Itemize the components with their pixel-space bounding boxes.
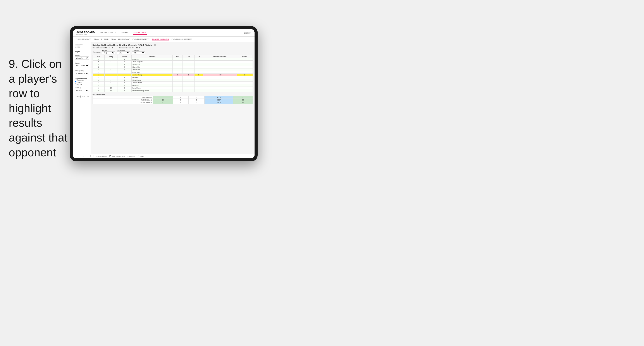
toolbar-sep2 bbox=[93, 155, 94, 158]
toolbar-undo[interactable]: ↩ bbox=[75, 155, 77, 157]
table-row[interactable]: 31Esther Lee bbox=[93, 58, 253, 61]
table-cell bbox=[104, 71, 118, 74]
table-row[interactable]: 131Jessica Huang010-3.002 bbox=[93, 74, 253, 76]
colour-by-select[interactable]: Win/loss bbox=[75, 89, 89, 92]
table-cell bbox=[194, 61, 203, 63]
table-cell: 14 bbox=[93, 76, 104, 79]
table-cell: 1 bbox=[104, 74, 118, 76]
share-icon: ⇧ bbox=[138, 155, 140, 157]
nav-tournaments[interactable]: TOURNAMENTS bbox=[99, 31, 117, 35]
table-cell bbox=[203, 63, 237, 66]
nav-items: TOURNAMENTS TEAMS COMMITTEE bbox=[99, 31, 244, 35]
table-cell bbox=[203, 89, 237, 92]
radio-top100[interactable]: Top 100 bbox=[75, 83, 89, 85]
player-rank-group: Player (Rank) 8. Katelyn Vo bbox=[75, 70, 89, 76]
toolbar-watch[interactable]: 👁 Watch ▼ bbox=[126, 155, 136, 157]
table-cell bbox=[173, 61, 183, 63]
nav-teams[interactable]: TEAMS bbox=[120, 31, 129, 35]
table-row[interactable]: 1691Jessica Mason bbox=[93, 82, 253, 84]
radio-group: Opponents Played Top 100 bbox=[75, 80, 89, 85]
toolbar-save-custom[interactable]: 💾 Save Custom View bbox=[109, 155, 125, 157]
table-cell bbox=[237, 58, 252, 61]
legend-up-dot bbox=[86, 96, 86, 98]
table-row[interactable]: 20117Federica Domecq Lacroze bbox=[93, 89, 253, 92]
table-cell bbox=[183, 71, 194, 74]
toolbar-share[interactable]: ⇧ Share bbox=[138, 155, 145, 157]
opponents-filter-label: Opponents: bbox=[92, 51, 100, 53]
ood-section-title: Out of division bbox=[92, 93, 253, 95]
table-cell: 11 bbox=[104, 89, 118, 92]
table-cell: 1 bbox=[183, 74, 194, 76]
tab-player-h2h-grid[interactable]: PLAYER H2H GRID bbox=[152, 38, 169, 41]
division-select[interactable]: NCAA Division III bbox=[75, 64, 89, 67]
ood-cell: 1 bbox=[153, 96, 173, 99]
table-row[interactable]: 613Sydney Kuo bbox=[93, 63, 253, 66]
table-cell bbox=[194, 71, 203, 74]
table-cell bbox=[173, 89, 183, 92]
table-cell bbox=[237, 82, 252, 84]
table-row[interactable]: 1822Euna Lee bbox=[93, 84, 253, 87]
table-row[interactable]: 1585Stella Cheng bbox=[93, 79, 253, 82]
table-cell bbox=[183, 84, 194, 87]
tab-player-summary[interactable]: PLAYER SUMMARY bbox=[132, 38, 150, 41]
table-cell bbox=[203, 66, 237, 68]
table-cell: 16 bbox=[93, 82, 104, 84]
toolbar-redo[interactable]: ↪ bbox=[78, 155, 81, 157]
gender-select[interactable]: Women's bbox=[75, 56, 89, 60]
ood-table: Foreign Team1004.5002NAIA Division 11500… bbox=[92, 96, 253, 104]
table-cell bbox=[203, 76, 237, 79]
ood-cell: 9.267 bbox=[204, 99, 233, 101]
table-row[interactable]: 522Alexis Sudjianto bbox=[93, 61, 253, 63]
colour-by-label: Colour by bbox=[75, 87, 89, 89]
region-select[interactable]: (All) bbox=[102, 51, 115, 54]
ood-cell: 7.400 bbox=[204, 101, 233, 104]
conference-select[interactable]: (All) bbox=[117, 51, 130, 54]
nav-committee[interactable]: COMMITTEE bbox=[133, 31, 147, 35]
toolbar-refresh[interactable]: ↻ bbox=[89, 155, 92, 157]
sign-out-button[interactable]: Sign out bbox=[244, 32, 251, 34]
tab-team-h2h-grid[interactable]: TEAM H2H GRID bbox=[94, 38, 109, 41]
ood-table-row[interactable]: Foreign Team1004.5002 bbox=[93, 96, 253, 99]
sub-nav: TEAM SUMMARY TEAM H2H GRID TEAM H2H HEAT… bbox=[73, 37, 254, 42]
table-row[interactable]: 914Sharon Mun bbox=[93, 66, 253, 68]
annotation-text: 9. Click on a player's row to highlight … bbox=[9, 57, 68, 160]
radio-opponents-played[interactable]: Opponents Played bbox=[75, 80, 89, 83]
annotation-body: Click on a player's row to highlight res… bbox=[9, 58, 68, 159]
table-cell: Jessica Mason bbox=[132, 82, 172, 84]
table-cell: 1 bbox=[118, 82, 132, 84]
h2h-grid-table: # Div # Reg # Conf Opponent Win Loss Tie… bbox=[92, 55, 253, 92]
table-cell bbox=[183, 66, 194, 68]
ood-cell: 0 bbox=[173, 99, 188, 101]
table-row[interactable]: 19106Emily Chang bbox=[93, 87, 253, 89]
ood-cell: 0 bbox=[173, 101, 188, 104]
table-cell: Jessica Huang bbox=[132, 74, 172, 76]
tab-team-summary[interactable]: TEAM SUMMARY bbox=[76, 38, 92, 41]
table-row[interactable]: 11Haejo Hyun bbox=[93, 71, 253, 74]
ood-table-row[interactable]: NCAA Division 25007.40010 bbox=[93, 101, 253, 104]
player-rank-label: Player (Rank) bbox=[75, 70, 89, 71]
opponent-select[interactable]: (All) bbox=[132, 51, 145, 54]
col-rounds: Rounds bbox=[237, 55, 252, 58]
table-row[interactable]: 1063Andrea York bbox=[93, 68, 253, 71]
player-section-title: Player bbox=[75, 51, 89, 52]
toolbar-view-original[interactable]: 👁 View: Original bbox=[95, 155, 108, 157]
tab-team-h2h-heatmap[interactable]: TEAM H2H HEATMAP bbox=[111, 38, 130, 41]
ood-cell: 15 bbox=[153, 99, 173, 101]
player-rank-select[interactable]: 8. Katelyn Vo bbox=[75, 72, 89, 75]
tablet-screen: SCOREBOARD Powered by clippd TOURNAMENTS… bbox=[73, 29, 254, 158]
table-cell bbox=[203, 68, 237, 71]
table-row[interactable]: 1474Eunice Yi bbox=[93, 76, 253, 79]
table-cell bbox=[237, 61, 252, 63]
toolbar-sep1 bbox=[88, 155, 88, 158]
table-cell: 4 bbox=[118, 76, 132, 79]
table-cell: 4 bbox=[118, 66, 132, 68]
toolbar: ↩ ↪ ↩↩ ↻ 👁 View: Original 💾 Save Custom … bbox=[73, 154, 254, 158]
table-cell: 9 bbox=[93, 66, 104, 68]
tab-player-h2h-heatmap[interactable]: PLAYER H2H HEATMAP bbox=[172, 38, 192, 41]
logo-sub: Powered by clippd bbox=[76, 33, 95, 35]
ood-table-row[interactable]: NAIA Division 115009.26730 bbox=[93, 99, 253, 101]
table-cell: 13 bbox=[93, 74, 104, 76]
table-cell bbox=[118, 74, 132, 76]
gender-label: Gender bbox=[75, 55, 89, 56]
toolbar-step-back[interactable]: ↩↩ bbox=[82, 155, 86, 157]
